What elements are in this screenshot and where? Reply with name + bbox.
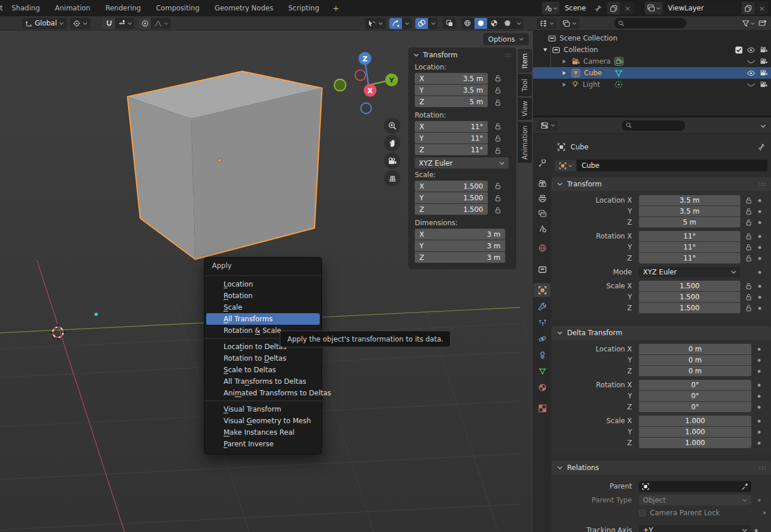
disclosure-closed-icon[interactable] (562, 59, 567, 64)
drag-handle[interactable]: ∷∷ (759, 181, 765, 188)
menu-item-parent-inverse[interactable]: Parent Inverse (206, 438, 320, 450)
disclosure-closed-icon[interactable] (562, 82, 567, 87)
lock-open-icon[interactable] (495, 147, 501, 154)
pin-icon[interactable] (757, 143, 765, 151)
delta-rotation-y-field[interactable]: 0° (639, 391, 751, 401)
tab-render-properties[interactable] (533, 177, 551, 190)
tab-material-properties[interactable] (533, 380, 551, 394)
camera-parent-lock-checkbox[interactable] (639, 509, 646, 516)
eye-closed-icon[interactable] (747, 58, 755, 65)
scale-y-field[interactable]: Y1.500 (415, 192, 488, 203)
tab-view[interactable]: View (518, 98, 532, 120)
rotation-z-field[interactable]: Z11° (415, 144, 488, 155)
tab-object-data-properties[interactable] (533, 364, 551, 378)
shading-solid-button[interactable] (474, 18, 487, 29)
transform-panel-header[interactable]: Transform ∷∷ (551, 177, 771, 191)
scene-new-button[interactable] (606, 2, 620, 14)
animate-dot[interactable] (758, 296, 761, 299)
dimension-z-field[interactable]: Z3 m (415, 252, 505, 263)
lock-open-icon[interactable] (495, 99, 501, 106)
animate-dot[interactable] (758, 348, 761, 351)
animate-dot[interactable] (758, 221, 761, 224)
shading-dropdown[interactable] (514, 18, 524, 29)
gizmo-axis-x-neg[interactable] (355, 70, 366, 80)
drag-handle[interactable]: ∷∷ (759, 465, 765, 471)
view-layer-new-button[interactable] (741, 2, 755, 14)
menu-item-location[interactable]: Location (206, 278, 320, 290)
rotation-mode-dropdown[interactable]: XYZ Euler (639, 267, 740, 277)
scale-z-field[interactable]: Z1.500 (415, 204, 488, 215)
view-layer-remove-button[interactable]: × (755, 2, 769, 14)
location-z-field[interactable]: 5 m (639, 217, 740, 228)
animate-dot[interactable] (755, 529, 758, 532)
animate-dot[interactable] (758, 395, 761, 398)
animate-dot[interactable] (758, 431, 761, 434)
tab-item[interactable]: Item (518, 49, 532, 72)
workspace-tab-geometry-nodes[interactable]: Geometry Nodes (207, 0, 280, 16)
menu-item-scale-to-deltas[interactable]: Scale to Deltas (206, 364, 320, 376)
mesh-data-badge[interactable] (614, 68, 623, 78)
lock-open-icon[interactable] (495, 75, 501, 82)
animate-dot[interactable] (758, 285, 761, 288)
tab-output-properties[interactable] (533, 192, 551, 206)
menu-item-rotation-to-deltas[interactable]: Rotation to Deltas (206, 353, 320, 364)
light-data-badge[interactable] (614, 80, 623, 89)
view-layer-name-field[interactable]: ViewLayer (663, 2, 741, 14)
toggle-ortho-button[interactable] (384, 170, 400, 186)
lock-open-icon[interactable] (495, 87, 501, 94)
workspace-tab-compositing[interactable]: Compositing (148, 0, 207, 16)
tab-view-layer-properties[interactable] (533, 207, 551, 221)
tab-texture-properties[interactable] (533, 401, 551, 415)
delta-rotation-x-field[interactable]: 0° (639, 380, 751, 390)
lock-open-icon[interactable] (745, 255, 752, 262)
menu-item-all-transforms[interactable]: All Transforms (206, 313, 320, 325)
animate-dot[interactable] (758, 257, 761, 260)
location-y-field[interactable]: Y3.5 m (415, 85, 488, 96)
animate-dot[interactable] (758, 384, 761, 387)
workspace-tab-rendering[interactable]: Rendering (98, 0, 148, 16)
scale-x-field[interactable]: 1.500 (639, 281, 740, 291)
id-type-dropdown[interactable] (555, 160, 577, 171)
menu-item-all-transforms-to-deltas[interactable]: All Transforms to Deltas (206, 376, 320, 387)
pin-icon[interactable] (594, 5, 602, 12)
render-visibility-camera-icon[interactable] (759, 58, 768, 65)
tab-world-properties[interactable] (533, 241, 551, 255)
show-object-types-dropdown[interactable] (365, 18, 386, 29)
animate-dot[interactable] (758, 271, 761, 274)
show-gizmo-toggle[interactable] (389, 18, 402, 29)
outliner-row-collection[interactable]: Collection (533, 44, 771, 56)
lock-open-icon[interactable] (495, 135, 501, 142)
proportional-falloff-dropdown[interactable] (151, 18, 171, 29)
outliner-filter-display-dropdown[interactable] (560, 18, 579, 29)
lock-open-icon[interactable] (495, 182, 501, 189)
lock-open-icon[interactable] (495, 207, 501, 214)
render-visibility-camera-icon[interactable] (759, 46, 768, 53)
outliner-row-scene-collection[interactable]: Scene Collection (533, 32, 771, 44)
breadcrumb-object-name[interactable]: Cube (571, 143, 589, 151)
location-z-field[interactable]: Z5 m (415, 96, 488, 107)
snap-toggle[interactable] (103, 18, 115, 29)
gizmo-axis-z-neg[interactable] (361, 103, 371, 113)
rotation-z-field[interactable]: 11° (639, 253, 740, 263)
rotation-x-field[interactable]: 11° (639, 231, 740, 241)
lock-open-icon[interactable] (745, 197, 752, 204)
camera-view-button[interactable] (384, 153, 400, 169)
animate-dot[interactable] (758, 199, 761, 202)
lock-open-icon[interactable] (745, 219, 752, 226)
delta-location-y-field[interactable]: 0 m (639, 355, 751, 365)
xray-toggle[interactable] (443, 18, 456, 29)
tab-scene-properties[interactable] (533, 222, 551, 236)
light-point[interactable] (94, 313, 98, 316)
drag-handle[interactable]: ∷∷ (505, 52, 511, 58)
tab-tool[interactable]: Tool (518, 74, 532, 96)
menu-item-visual-transform[interactable]: Visual Transform (206, 403, 320, 415)
options-dropdown[interactable]: Options (483, 33, 529, 45)
menu-item-visual-geometry-to-mesh[interactable]: Visual Geometry to Mesh (206, 415, 320, 427)
tracking-axis-dropdown[interactable]: +Y (639, 525, 751, 532)
rotation-mode-dropdown[interactable]: XYZ Euler (415, 157, 509, 168)
animate-dot[interactable] (758, 406, 761, 409)
proportional-editing-toggle[interactable] (139, 18, 151, 29)
add-workspace-button[interactable]: + (327, 0, 345, 16)
properties-search-input[interactable] (622, 120, 685, 131)
new-collection-button[interactable] (758, 19, 767, 27)
